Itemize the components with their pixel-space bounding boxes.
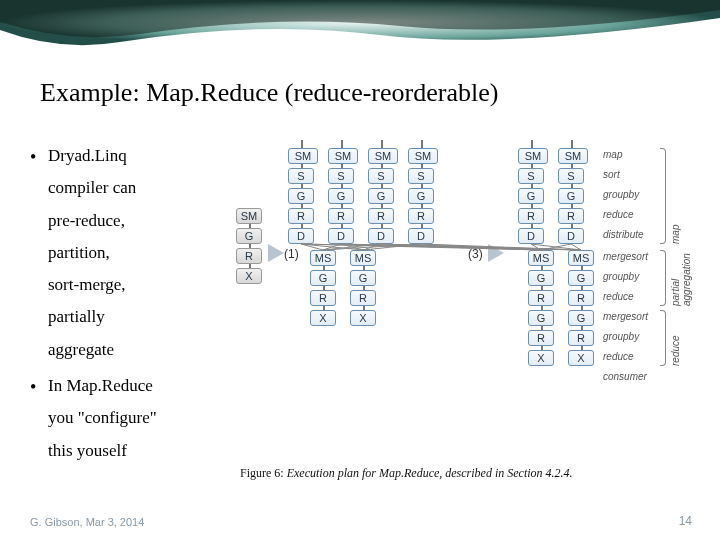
brace xyxy=(660,310,666,366)
brace xyxy=(660,148,666,244)
diagram-label: consumer xyxy=(603,371,647,382)
pipeline-box: X xyxy=(236,268,262,284)
pipeline-box: R xyxy=(350,290,376,306)
connector xyxy=(421,184,423,188)
bullet-item: Dryad.Linq compiler can pre-reduce, part… xyxy=(30,140,220,366)
pipeline-box: SM xyxy=(518,148,548,164)
header-swoosh xyxy=(0,0,720,55)
diagram-label: reduce xyxy=(603,291,634,302)
pipeline-box: R xyxy=(558,208,584,224)
pipeline-box: S xyxy=(328,168,354,184)
figure-caption: Figure 6: Execution plan for Map.Reduce,… xyxy=(240,466,573,481)
connector xyxy=(421,164,423,168)
transition-arrow xyxy=(488,244,504,262)
connector xyxy=(421,224,423,228)
bullet-item: In Map.Reduce you "configure" this youse… xyxy=(30,370,220,467)
pipeline-box: X xyxy=(350,310,376,326)
footer-author: G. Gibson, Mar 3, 2014 xyxy=(30,516,144,528)
connector xyxy=(581,266,583,270)
bullet-list: Dryad.Linq compiler can pre-reduce, part… xyxy=(30,140,220,471)
pipeline-box: S xyxy=(518,168,544,184)
pipeline-box: D xyxy=(408,228,434,244)
connector xyxy=(421,204,423,208)
transition-arrow xyxy=(268,244,284,262)
connector xyxy=(363,286,365,290)
connector xyxy=(581,346,583,350)
diagram-label: mergesort xyxy=(603,311,648,322)
connector xyxy=(363,266,365,270)
pipeline-box: R xyxy=(518,208,544,224)
connector xyxy=(541,326,543,330)
brace xyxy=(660,250,666,306)
pipeline-box: R xyxy=(528,290,554,306)
connector xyxy=(381,224,383,228)
connector xyxy=(301,224,303,228)
diagram-label: sort xyxy=(603,169,620,180)
connector xyxy=(571,204,573,208)
pipeline-box: X xyxy=(310,310,336,326)
execution-plan-diagram: SMSGRDSMSGRDSMSGRDSMSGRDSMSGRDSMSGRDSMGR… xyxy=(228,140,688,460)
pipeline-box: D xyxy=(328,228,354,244)
pipeline-box: S xyxy=(288,168,314,184)
pipeline-box: MS xyxy=(350,250,376,266)
pipeline-box: S xyxy=(368,168,394,184)
pipeline-box: SM xyxy=(368,148,398,164)
connector xyxy=(301,140,303,148)
connector xyxy=(581,286,583,290)
diagram-label: groupby xyxy=(603,271,639,282)
pipeline-box: R xyxy=(236,248,262,264)
connector xyxy=(571,224,573,228)
svg-line-12 xyxy=(381,244,541,250)
connector xyxy=(301,184,303,188)
pipeline-box: R xyxy=(568,290,594,306)
footer-page-number: 14 xyxy=(679,514,692,528)
pipeline-box: G xyxy=(350,270,376,286)
pipeline-box: G xyxy=(310,270,336,286)
diagram-label: mergesort xyxy=(603,251,648,262)
diagram-label: map xyxy=(603,149,622,160)
connector xyxy=(531,204,533,208)
connector xyxy=(341,140,343,148)
connector xyxy=(249,264,251,268)
connector xyxy=(421,140,423,148)
connector xyxy=(249,224,251,228)
pipeline-box: R xyxy=(328,208,354,224)
connector xyxy=(323,306,325,310)
connector xyxy=(571,184,573,188)
connector xyxy=(571,164,573,168)
diagram-label: groupby xyxy=(603,331,639,342)
svg-line-8 xyxy=(301,244,541,250)
brace-label: map xyxy=(670,148,681,244)
connector xyxy=(341,184,343,188)
connector xyxy=(249,244,251,248)
pipeline-box: D xyxy=(518,228,544,244)
connector xyxy=(341,224,343,228)
connector xyxy=(531,140,533,148)
connector xyxy=(541,346,543,350)
connector xyxy=(323,266,325,270)
pipeline-box: X xyxy=(568,350,594,366)
pipeline-box: R xyxy=(288,208,314,224)
diagram-label: (3) xyxy=(468,247,483,261)
pipeline-box: SM xyxy=(236,208,262,224)
brace-label: partial aggregation xyxy=(670,250,692,306)
pipeline-box: R xyxy=(368,208,394,224)
diagram-label: distribute xyxy=(603,229,644,240)
pipeline-box: SM xyxy=(408,148,438,164)
pipeline-box: G xyxy=(368,188,394,204)
pipeline-box: G xyxy=(568,270,594,286)
pipeline-box: SM xyxy=(558,148,588,164)
pipeline-box: MS xyxy=(568,250,594,266)
pipeline-box: G xyxy=(518,188,544,204)
pipeline-box: R xyxy=(408,208,434,224)
pipeline-box: R xyxy=(528,330,554,346)
pipeline-box: R xyxy=(310,290,336,306)
pipeline-box: G xyxy=(528,270,554,286)
connector xyxy=(531,224,533,228)
pipeline-box: G xyxy=(558,188,584,204)
pipeline-box: MS xyxy=(528,250,554,266)
connector xyxy=(581,326,583,330)
pipeline-box: G xyxy=(328,188,354,204)
diagram-label: reduce xyxy=(603,351,634,362)
connector xyxy=(541,286,543,290)
